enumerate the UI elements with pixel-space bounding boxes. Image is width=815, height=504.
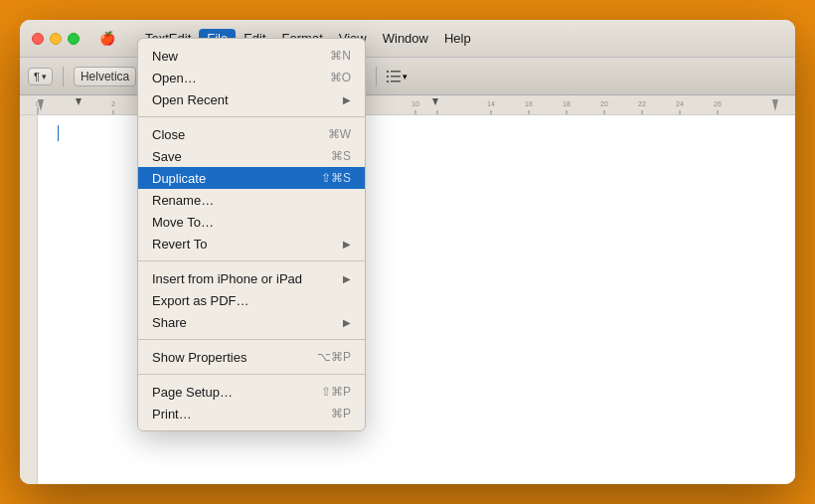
submenu-arrow-share: ▶ xyxy=(343,317,351,328)
text-cursor xyxy=(58,125,59,141)
main-window: 🍎 TextEdit File Edit Format View Window … xyxy=(20,20,795,484)
svg-rect-18 xyxy=(387,76,389,78)
toolbar-sep-5 xyxy=(376,67,377,86)
paragraph-group: ¶ ▾ xyxy=(28,68,53,85)
close-button[interactable] xyxy=(32,33,44,45)
menu-show-properties[interactable]: Show Properties ⌥⌘P xyxy=(138,346,365,368)
apple-menu[interactable]: 🍎 xyxy=(91,29,123,48)
menu-share[interactable]: Share ▶ xyxy=(138,311,365,333)
svg-text:2: 2 xyxy=(111,100,115,107)
paragraph-icon: ¶ xyxy=(34,71,40,83)
traffic-lights xyxy=(32,33,80,45)
svg-text:14: 14 xyxy=(487,100,495,107)
toolbar-sep-1 xyxy=(63,67,64,86)
submenu-arrow-insert: ▶ xyxy=(343,273,351,284)
menu-divider-1 xyxy=(138,116,365,117)
menu-section-5: Page Setup… ⇧⌘P Print… ⌘P xyxy=(138,379,365,426)
svg-rect-20 xyxy=(387,81,389,83)
list-style-button[interactable]: ▾ xyxy=(387,71,408,83)
menu-help[interactable]: Help xyxy=(436,29,479,48)
menu-rename[interactable]: Rename… xyxy=(138,189,365,211)
menu-section-4: Show Properties ⌥⌘P xyxy=(138,344,365,370)
svg-rect-16 xyxy=(387,71,389,73)
ruler-svg: 0 2 4 6 8 10 14 16 18 20 xyxy=(20,95,795,115)
maximize-button[interactable] xyxy=(68,33,80,45)
menu-revert-to[interactable]: Revert To ▶ xyxy=(138,233,365,254)
menu-export-pdf[interactable]: Export as PDF… xyxy=(138,289,365,311)
svg-marker-52 xyxy=(76,98,82,105)
titlebar: 🍎 TextEdit File Edit Format View Window … xyxy=(20,20,795,58)
menu-close[interactable]: Close ⌘W xyxy=(138,123,365,145)
menu-divider-4 xyxy=(138,374,365,375)
menu-section-3: Insert from iPhone or iPad ▶ Export as P… xyxy=(138,265,365,335)
menu-page-setup[interactable]: Page Setup… ⇧⌘P xyxy=(138,381,365,403)
svg-text:18: 18 xyxy=(563,100,570,107)
file-dropdown-menu: New ⌘N Open… ⌘O Open Recent ▶ Close ⌘W S… xyxy=(137,38,366,431)
svg-marker-23 xyxy=(772,99,778,111)
font-name-button[interactable]: Helvetica xyxy=(74,67,136,86)
svg-rect-21 xyxy=(391,81,401,83)
paragraph-style-button[interactable]: ¶ ▾ xyxy=(28,68,53,85)
submenu-arrow-revert: ▶ xyxy=(343,239,351,250)
svg-text:10: 10 xyxy=(411,100,419,107)
menu-insert-from-device[interactable]: Insert from iPhone or iPad ▶ xyxy=(138,267,365,289)
minimize-button[interactable] xyxy=(50,33,62,45)
svg-text:24: 24 xyxy=(676,100,684,107)
menu-section-2: Close ⌘W Save ⌘S Duplicate ⇧⌘S Rename… M… xyxy=(138,121,365,256)
svg-text:0: 0 xyxy=(36,100,40,107)
paragraph-arrow: ▾ xyxy=(42,72,47,82)
svg-text:20: 20 xyxy=(600,100,608,107)
menu-section-1: New ⌘N Open… ⌘O Open Recent ▶ xyxy=(138,43,365,112)
toolbar: ¶ ▾ Helvetica B I U xyxy=(20,58,795,95)
svg-rect-17 xyxy=(391,71,401,73)
font-group: Helvetica xyxy=(74,67,136,86)
menu-move-to[interactable]: Move To… xyxy=(138,211,365,233)
menu-duplicate[interactable]: Duplicate ⇧⌘S xyxy=(138,167,365,189)
submenu-arrow: ▶ xyxy=(343,94,351,105)
menu-divider-2 xyxy=(138,260,365,261)
menu-open-recent[interactable]: Open Recent ▶ xyxy=(138,88,365,110)
menu-open[interactable]: Open… ⌘O xyxy=(138,67,365,88)
menu-save[interactable]: Save ⌘S xyxy=(138,145,365,167)
menu-divider-3 xyxy=(138,339,365,340)
doc-left-margin xyxy=(20,115,38,484)
ruler: 0 2 4 6 8 10 14 16 18 20 xyxy=(20,95,795,115)
svg-rect-19 xyxy=(391,76,401,78)
svg-text:22: 22 xyxy=(638,100,646,107)
menu-new[interactable]: New ⌘N xyxy=(138,45,365,67)
document-area xyxy=(20,115,795,484)
list-arrow: ▾ xyxy=(403,72,408,82)
svg-text:26: 26 xyxy=(714,100,722,107)
menu-window[interactable]: Window xyxy=(375,29,436,48)
svg-text:16: 16 xyxy=(525,100,533,107)
menu-print[interactable]: Print… ⌘P xyxy=(138,403,365,424)
svg-marker-51 xyxy=(432,98,438,105)
